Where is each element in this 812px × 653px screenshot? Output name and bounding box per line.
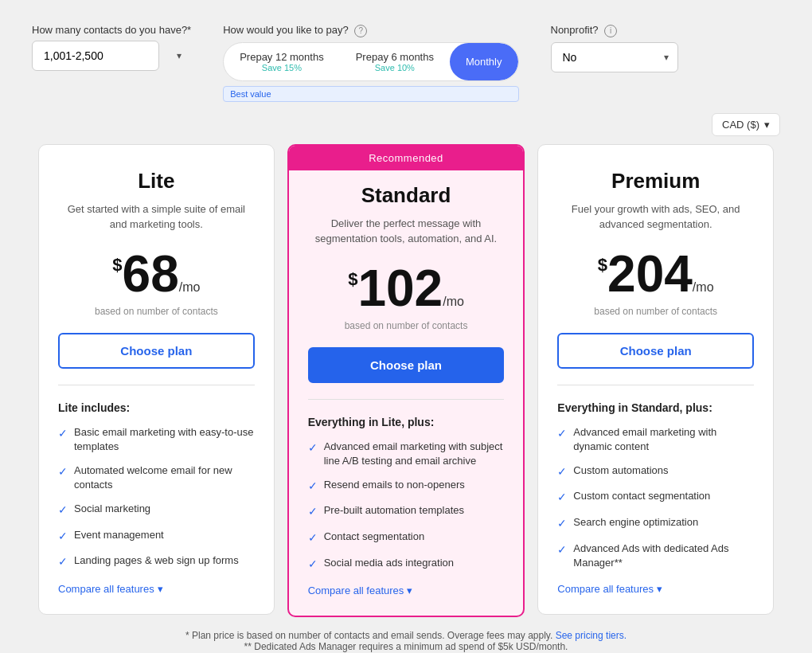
contacts-label-text: How many contacts do you have? bbox=[32, 24, 187, 36]
check-icon: ✓ bbox=[58, 529, 68, 545]
check-icon: ✓ bbox=[58, 464, 68, 480]
prepay-12-button[interactable]: Prepay 12 monthsSave 15% bbox=[224, 43, 340, 80]
check-icon: ✓ bbox=[308, 440, 318, 456]
lite-features-list: ✓ Basic email marketing with easy-to-use… bbox=[58, 425, 255, 571]
currency-row: CAD ($) ▾ bbox=[0, 110, 812, 144]
standard-divider bbox=[308, 399, 505, 400]
premium-plan-description: Fuel your growth with ads, SEO, and adva… bbox=[557, 201, 754, 233]
currency-chevron-icon: ▾ bbox=[764, 119, 770, 131]
chevron-down-icon: ▾ bbox=[657, 583, 662, 595]
payment-info-icon[interactable]: ? bbox=[354, 25, 367, 37]
check-icon: ✓ bbox=[308, 557, 318, 573]
check-icon: ✓ bbox=[308, 530, 318, 546]
chevron-down-icon: ▾ bbox=[407, 585, 412, 596]
payment-label: How would you like to pay? ? bbox=[223, 24, 518, 37]
check-icon: ✓ bbox=[557, 516, 567, 532]
currency-button[interactable]: CAD ($) ▾ bbox=[712, 113, 780, 136]
best-value-badge: Best value bbox=[223, 86, 518, 102]
premium-plan-price: $ 204 /mo bbox=[557, 248, 754, 299]
payment-options: Prepay 12 monthsSave 15% Prepay 6 months… bbox=[223, 42, 518, 102]
standard-plan-card: Recommended Standard Deliver the perfect… bbox=[287, 144, 525, 618]
lite-price-note: based on number of contacts bbox=[58, 306, 255, 317]
standard-plan-description: Deliver the perfect message with segment… bbox=[308, 216, 505, 247]
nonprofit-select[interactable]: No Yes bbox=[551, 42, 678, 72]
check-icon: ✓ bbox=[557, 490, 567, 506]
contacts-select[interactable]: 1,001-2,500 0-500 501-1,000 2,501-5,000 bbox=[32, 41, 159, 71]
lite-plan-name: Lite bbox=[58, 169, 255, 194]
list-item: ✓ Social marketing bbox=[58, 502, 255, 518]
lite-plan-card: Lite Get started with a simple suite of … bbox=[38, 144, 275, 616]
standard-features-list: ✓ Advanced email marketing with subject … bbox=[308, 440, 505, 573]
contacts-group: How many contacts do you have?* 1,001-2,… bbox=[32, 24, 191, 71]
standard-compare-link[interactable]: Compare all features ▾ bbox=[308, 585, 505, 596]
contacts-label: How many contacts do you have?* bbox=[32, 24, 191, 36]
premium-features-list: ✓ Advanced email marketing with dynamic … bbox=[557, 425, 754, 571]
premium-divider bbox=[557, 385, 754, 385]
chevron-down-icon: ▾ bbox=[158, 583, 163, 595]
lite-plan-price: $ 68 /mo bbox=[58, 248, 255, 299]
list-item: ✓ Advanced Ads with dedicated Ads Manage… bbox=[557, 542, 754, 570]
check-icon: ✓ bbox=[557, 542, 567, 558]
list-item: ✓ Advanced email marketing with dynamic … bbox=[557, 425, 754, 454]
list-item: ✓ Pre-built automation templates bbox=[308, 503, 505, 520]
premium-features-title: Everything in Standard, plus: bbox=[557, 401, 754, 414]
list-item: ✓ Search engine optimization bbox=[557, 515, 754, 532]
premium-plan-card: Premium Fuel your growth with ads, SEO, … bbox=[537, 144, 774, 616]
list-item: ✓ Custom automations bbox=[557, 463, 754, 480]
lite-choose-button[interactable]: Choose plan bbox=[58, 333, 255, 369]
check-icon: ✓ bbox=[308, 479, 318, 495]
lite-dollar-sign: $ bbox=[112, 255, 122, 276]
lite-price-amount: 68 bbox=[123, 248, 179, 299]
currency-label: CAD ($) bbox=[722, 119, 759, 131]
standard-price-amount: 102 bbox=[357, 263, 443, 314]
premium-choose-button[interactable]: Choose plan bbox=[557, 333, 754, 369]
lite-compare-link[interactable]: Compare all features ▾ bbox=[58, 583, 255, 595]
standard-plan-name: Standard bbox=[308, 183, 505, 208]
payment-toggle: Prepay 12 monthsSave 15% Prepay 6 months… bbox=[223, 42, 518, 81]
list-item: ✓ Custom contact segmentation bbox=[557, 489, 754, 506]
lite-plan-description: Get started with a simple suite of email… bbox=[58, 201, 255, 233]
check-icon: ✓ bbox=[557, 464, 567, 480]
footer-note-1: * Plan price is based on number of conta… bbox=[32, 630, 780, 641]
list-item: ✓ Advanced email marketing with subject … bbox=[308, 440, 505, 468]
check-icon: ✓ bbox=[58, 426, 68, 442]
premium-price-amount: 204 bbox=[607, 248, 693, 299]
check-icon: ✓ bbox=[58, 502, 68, 518]
pricing-tiers-link[interactable]: See pricing tiers. bbox=[556, 630, 627, 641]
check-icon: ✓ bbox=[557, 426, 567, 442]
check-icon: ✓ bbox=[58, 554, 68, 570]
premium-plan-name: Premium bbox=[557, 169, 754, 194]
standard-price-period: /mo bbox=[443, 295, 464, 309]
lite-divider bbox=[58, 385, 255, 385]
footer-note-2: ** Dedicated Ads Manager requires a mini… bbox=[32, 641, 780, 652]
plans-container: Lite Get started with a simple suite of … bbox=[0, 144, 812, 618]
prepay-6-button[interactable]: Prepay 6 monthsSave 10% bbox=[340, 43, 450, 80]
nonprofit-info-icon[interactable]: i bbox=[604, 25, 617, 37]
lite-price-period: /mo bbox=[179, 280, 201, 295]
contacts-select-wrapper: 1,001-2,500 0-500 501-1,000 2,501-5,000 … bbox=[32, 41, 191, 71]
list-item: ✓ Resend emails to non-openers bbox=[308, 478, 505, 495]
nonprofit-label: Nonprofit? i bbox=[551, 24, 678, 37]
standard-plan-price: $ 102 /mo bbox=[308, 263, 505, 314]
standard-choose-button[interactable]: Choose plan bbox=[308, 347, 505, 383]
payment-group: How would you like to pay? ? Prepay 12 m… bbox=[223, 24, 518, 102]
list-item: ✓ Social media ads integration bbox=[308, 556, 505, 573]
monthly-button[interactable]: Monthly bbox=[450, 43, 518, 80]
nonprofit-select-wrapper: No Yes ▾ bbox=[551, 42, 678, 72]
list-item: ✓ Event management bbox=[58, 528, 255, 545]
lite-features-title: Lite includes: bbox=[58, 401, 255, 414]
list-item: ✓ Landing pages & web sign up forms bbox=[58, 553, 255, 570]
premium-compare-link[interactable]: Compare all features ▾ bbox=[557, 583, 754, 595]
list-item: ✓ Automated welcome email for new contac… bbox=[58, 463, 255, 492]
check-icon: ✓ bbox=[308, 504, 318, 520]
premium-price-note: based on number of contacts bbox=[557, 306, 754, 317]
standard-price-note: based on number of contacts bbox=[308, 320, 505, 331]
premium-dollar-sign: $ bbox=[598, 255, 607, 276]
list-item: ✓ Basic email marketing with easy-to-use… bbox=[58, 425, 255, 454]
footer-notes: * Plan price is based on number of conta… bbox=[0, 617, 812, 653]
top-controls: How many contacts do you have?* 1,001-2,… bbox=[0, 0, 812, 110]
list-item: ✓ Contact segmentation bbox=[308, 530, 505, 546]
premium-price-period: /mo bbox=[693, 280, 714, 295]
standard-dollar-sign: $ bbox=[348, 269, 357, 290]
nonprofit-section: Nonprofit? i No Yes ▾ bbox=[551, 24, 678, 72]
